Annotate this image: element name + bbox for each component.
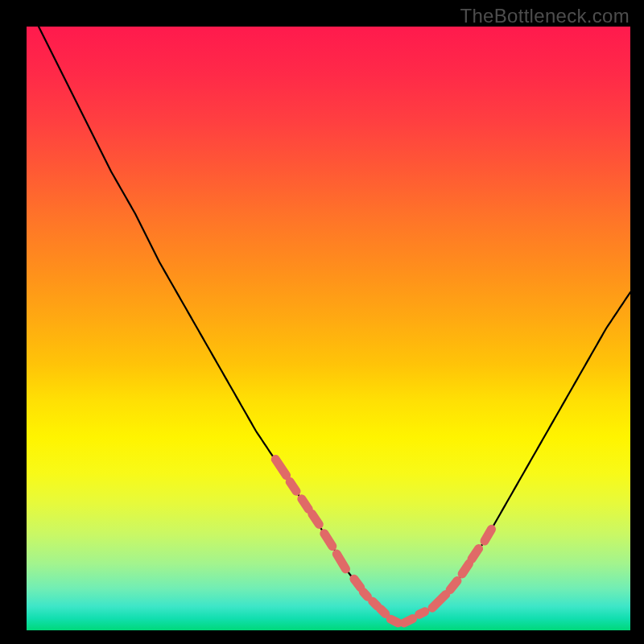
svg-line-12 — [419, 612, 425, 614]
svg-line-11 — [404, 618, 413, 622]
plot-area — [27, 27, 630, 630]
svg-line-16 — [472, 549, 479, 559]
svg-line-17 — [485, 529, 492, 541]
svg-line-2 — [302, 499, 308, 510]
highlight-dashes — [27, 27, 630, 630]
svg-line-14 — [450, 581, 457, 590]
svg-line-6 — [354, 579, 361, 588]
chart-frame: TheBottleneck.com — [0, 0, 644, 644]
svg-line-3 — [312, 514, 320, 524]
svg-line-9 — [381, 609, 386, 613]
svg-line-1 — [290, 481, 296, 491]
svg-line-0 — [275, 460, 286, 476]
svg-line-4 — [324, 534, 332, 547]
svg-line-10 — [390, 619, 398, 623]
watermark-text: TheBottleneck.com — [460, 5, 630, 27]
svg-line-5 — [336, 554, 345, 569]
svg-line-8 — [373, 601, 378, 606]
svg-line-7 — [363, 592, 367, 597]
svg-line-15 — [462, 564, 469, 574]
svg-line-13 — [432, 594, 446, 608]
